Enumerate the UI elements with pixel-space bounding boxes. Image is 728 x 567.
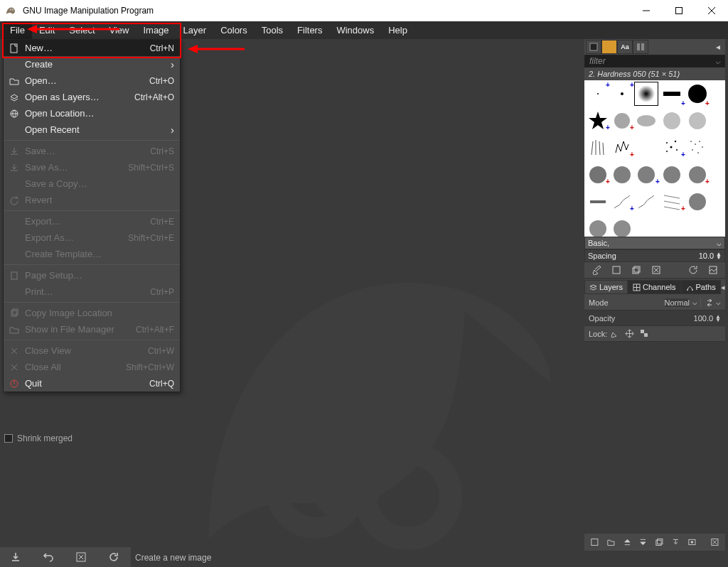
merge-down-icon[interactable] <box>671 537 680 547</box>
svg-point-28 <box>614 113 630 129</box>
tab-tool-options[interactable] <box>586 40 601 54</box>
layers-icon <box>8 92 21 102</box>
layers-footer <box>584 534 725 551</box>
svg-rect-19 <box>605 43 614 51</box>
lock-paint-icon[interactable] <box>610 329 619 338</box>
close-button[interactable] <box>695 0 728 21</box>
chevron-down-icon: ⌵ <box>717 239 722 248</box>
menu-separator <box>4 140 180 141</box>
lower-layer-icon[interactable] <box>638 537 648 547</box>
mi-export-as: Export As… Shift+Ctrl+E <box>4 230 180 246</box>
menu-file[interactable]: File <box>3 21 32 39</box>
tab-layers[interactable]: Layers <box>584 280 628 294</box>
menu-edit[interactable]: Edit <box>32 21 62 39</box>
duplicate-layer-icon[interactable] <box>655 537 664 547</box>
svg-point-36 <box>666 142 668 144</box>
menu-view[interactable]: View <box>102 21 136 39</box>
reset-icon[interactable] <box>108 551 119 563</box>
tab-paths[interactable]: Paths <box>681 280 721 294</box>
brush-spacing-field[interactable]: Spacing 10.0 ▲▼ <box>584 249 725 262</box>
chevron-down-icon: ⌵ <box>692 298 697 307</box>
tab-fonts[interactable]: Aa <box>617 40 633 54</box>
mi-save-as: Save As… Shift+Ctrl+S <box>4 159 180 176</box>
menu-colors[interactable]: Colors <box>213 21 255 39</box>
menu-filters[interactable]: Filters <box>290 21 329 39</box>
mi-revert: Revert <box>4 192 180 208</box>
svg-point-56 <box>689 193 706 210</box>
spinner-icon[interactable]: ▲▼ <box>715 315 721 322</box>
menu-separator <box>4 302 180 303</box>
new-icon <box>8 43 21 53</box>
panel-menu-icon[interactable]: ◂ <box>721 283 725 292</box>
mi-quit[interactable]: Quit Ctrl+Q <box>4 375 180 392</box>
shrink-merged-checkbox[interactable]: Shrink merged <box>4 433 73 443</box>
delete-icon[interactable] <box>75 551 87 563</box>
undo-icon[interactable] <box>43 551 54 563</box>
svg-rect-73 <box>658 539 663 544</box>
delete-layer-icon[interactable] <box>710 537 719 547</box>
brush-grid[interactable]: + + + + + + + + + + + + + <box>584 80 725 237</box>
svg-rect-69 <box>641 330 644 333</box>
brush-filter-input[interactable]: filter ⌵ <box>584 55 725 68</box>
layer-list[interactable] <box>584 342 725 534</box>
mi-open[interactable]: Open… Ctrl+O <box>4 72 180 89</box>
mi-open-as-layers[interactable]: Open as Layers… Ctrl+Alt+O <box>4 89 180 105</box>
minimize-button[interactable] <box>630 0 663 21</box>
svg-point-48 <box>614 166 631 183</box>
mi-create[interactable]: Create <box>4 56 180 72</box>
brush-filter-placeholder: filter <box>589 56 606 66</box>
open-as-image-icon[interactable] <box>708 265 718 275</box>
new-group-icon[interactable] <box>606 537 616 547</box>
menu-select[interactable]: Select <box>62 21 102 39</box>
layers-panel: Layers Channels Paths ◂ Mode Normal ⌵ ⌵ <box>584 279 725 551</box>
download-icon[interactable] <box>10 551 21 563</box>
svg-rect-25 <box>663 92 680 96</box>
svg-point-29 <box>637 115 655 126</box>
svg-rect-60 <box>633 268 638 274</box>
swap-icon[interactable] <box>705 298 714 307</box>
svg-point-23 <box>621 92 623 95</box>
layer-opacity-row[interactable]: Opacity 100.0 ▲▼ <box>584 310 725 326</box>
lock-move-icon[interactable] <box>625 329 634 338</box>
chevron-down-icon: ⌵ <box>716 298 721 307</box>
refresh-brushes-icon[interactable] <box>688 265 698 275</box>
svg-point-44 <box>702 146 703 148</box>
quit-icon <box>8 379 21 389</box>
lock-alpha-icon[interactable] <box>640 329 649 338</box>
mi-copy-image-location: Copy Image Location <box>4 305 180 321</box>
mi-open-recent[interactable]: Open Recent <box>4 122 180 138</box>
file-dropdown: New… Ctrl+N Create Open… Ctrl+O Open as … <box>3 39 181 392</box>
menu-help[interactable]: Help <box>381 21 414 39</box>
delete-brush-icon[interactable] <box>651 265 661 275</box>
svg-rect-72 <box>656 540 661 545</box>
new-brush-icon[interactable] <box>611 265 621 275</box>
maximize-button[interactable] <box>663 0 695 21</box>
svg-rect-61 <box>634 266 640 272</box>
menu-tools[interactable]: Tools <box>255 21 290 39</box>
tab-brushes[interactable] <box>601 40 617 54</box>
panel-menu-icon[interactable]: ◂ <box>712 42 724 52</box>
layer-mode-row[interactable]: Mode Normal ⌵ ⌵ <box>584 295 725 310</box>
mi-open-location[interactable]: Open Location… <box>4 105 180 122</box>
duplicate-brush-icon[interactable] <box>631 265 641 275</box>
close-all-icon <box>8 362 21 372</box>
tab-channels[interactable]: Channels <box>628 280 680 294</box>
new-layer-icon[interactable] <box>590 537 599 547</box>
brush-preset-dropdown[interactable]: Basic, ⌵ <box>584 237 725 249</box>
spinner-icon[interactable]: ▲▼ <box>716 252 722 259</box>
svg-point-50 <box>663 166 680 183</box>
raise-layer-icon[interactable] <box>623 537 632 547</box>
menu-layer[interactable]: Layer <box>176 21 214 39</box>
menu-image[interactable]: Image <box>136 21 176 39</box>
svg-rect-11 <box>13 309 18 315</box>
svg-point-68 <box>692 289 693 291</box>
mask-icon[interactable] <box>687 537 697 547</box>
svg-rect-59 <box>613 266 620 274</box>
menu-windows[interactable]: Windows <box>329 21 381 39</box>
svg-point-43 <box>699 141 700 142</box>
edit-brush-icon[interactable] <box>592 265 601 275</box>
tab-history[interactable] <box>633 40 648 54</box>
mi-new[interactable]: New… Ctrl+N <box>4 40 180 56</box>
svg-line-35 <box>603 143 604 155</box>
mi-new-label: New… <box>21 43 150 53</box>
